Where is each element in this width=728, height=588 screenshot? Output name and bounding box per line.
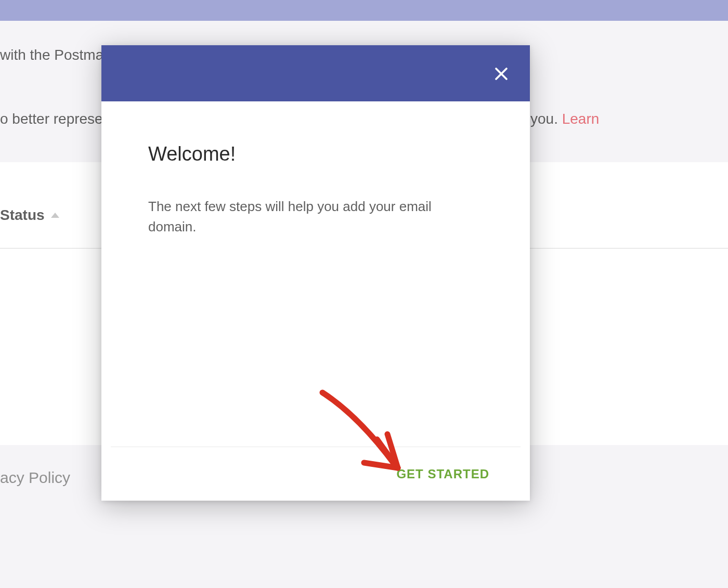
close-button[interactable] xyxy=(491,63,512,84)
modal-body-text: The next few steps will help you add you… xyxy=(148,197,483,237)
get-started-button[interactable]: GET STARTED xyxy=(396,467,489,481)
welcome-modal: Welcome! The next few steps will help yo… xyxy=(101,45,530,501)
modal-body: Welcome! The next few steps will help yo… xyxy=(101,101,530,447)
close-icon xyxy=(493,66,509,82)
background-text-you: you. xyxy=(530,111,562,127)
background-text-represent: o better represe xyxy=(0,111,103,127)
modal-header xyxy=(101,45,530,101)
privacy-policy-link[interactable]: acy Policy xyxy=(0,469,70,487)
background-text-postma: with the Postma xyxy=(0,47,103,63)
status-label: Status xyxy=(0,207,45,224)
sort-ascending-icon xyxy=(51,213,59,218)
learn-link[interactable]: Learn xyxy=(562,111,600,127)
background-text-you-learn: you. Learn xyxy=(530,111,599,127)
status-column-header[interactable]: Status xyxy=(0,207,59,224)
modal-footer: GET STARTED xyxy=(111,447,521,501)
modal-title: Welcome! xyxy=(148,143,483,165)
top-banner-band xyxy=(0,0,728,21)
